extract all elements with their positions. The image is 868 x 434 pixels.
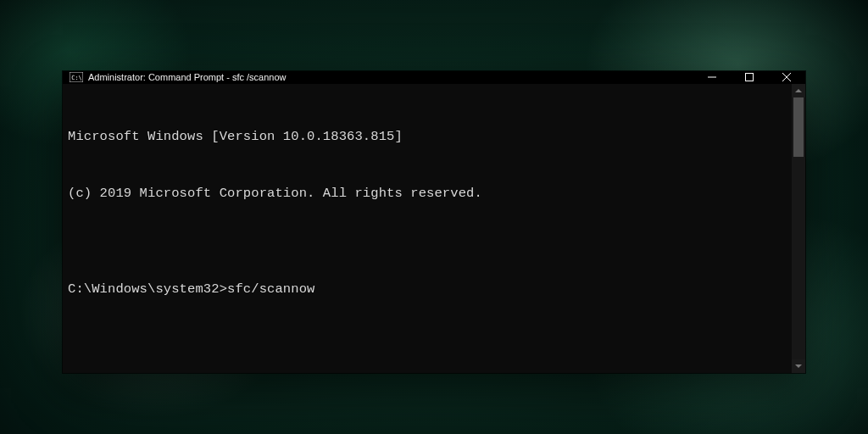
window-title: Administrator: Command Prompt - sfc /sca… (88, 72, 287, 82)
maximize-button[interactable] (731, 71, 768, 84)
chevron-down-icon (795, 364, 802, 368)
scrollbar-thumb[interactable] (793, 97, 804, 157)
command-prompt-window: C:\ Administrator: Command Prompt - sfc … (63, 71, 805, 373)
console-line: Microsoft Windows [Version 10.0.18363.81… (68, 127, 785, 146)
chevron-up-icon (795, 89, 802, 92)
vertical-scrollbar[interactable] (792, 84, 805, 373)
console-line: (c) 2019 Microsoft Corporation. All righ… (68, 184, 785, 203)
desktop-wallpaper: C:\ Administrator: Command Prompt - sfc … (0, 0, 868, 434)
console-client-area: Microsoft Windows [Version 10.0.18363.81… (63, 84, 805, 373)
console-output[interactable]: Microsoft Windows [Version 10.0.18363.81… (63, 84, 792, 373)
console-line: C:\Windows\system32>sfc/scannow (68, 280, 785, 298)
scrollbar-track[interactable] (792, 97, 805, 359)
svg-text:C:\: C:\ (71, 75, 82, 81)
cmd-prompt-icon: C:\ (70, 72, 83, 82)
scrollbar-up-button[interactable] (792, 84, 805, 97)
minimize-button[interactable] (693, 71, 731, 84)
scrollbar-down-button[interactable] (792, 359, 805, 373)
window-controls (693, 71, 805, 84)
svg-rect-3 (746, 74, 754, 81)
close-button[interactable] (768, 71, 805, 84)
titlebar[interactable]: C:\ Administrator: Command Prompt - sfc … (63, 71, 805, 84)
